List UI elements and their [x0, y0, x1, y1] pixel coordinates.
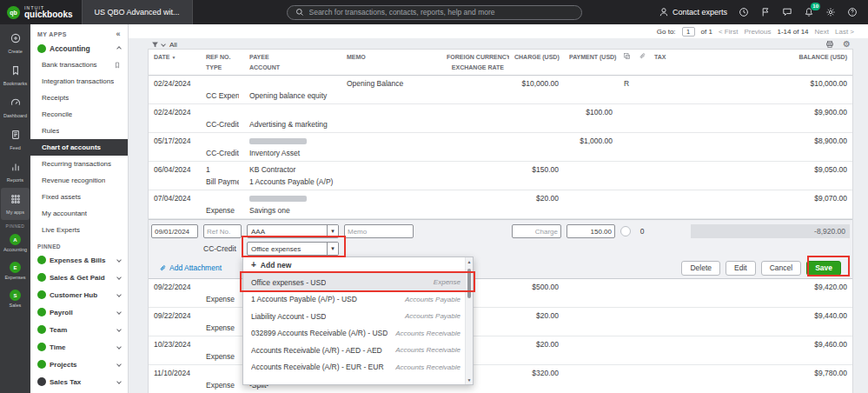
- account-select[interactable]: Office expenses ▼: [247, 242, 339, 256]
- rail-pinned-sales[interactable]: SSales: [1, 285, 30, 313]
- col-header-ref-type[interactable]: REF NO.TYPE: [201, 50, 244, 75]
- col-header-balance[interactable]: BALANCE (USD): [688, 50, 852, 75]
- col-header-tax[interactable]: TAX: [649, 50, 688, 75]
- rail-item-reports[interactable]: Reports: [1, 156, 30, 188]
- page-number-input[interactable]: 1: [682, 27, 695, 37]
- cell-reconcile-status: [618, 133, 635, 161]
- sidebar-pinned-projects[interactable]: Projects: [30, 356, 128, 373]
- help-icon[interactable]: [847, 7, 858, 17]
- print-icon[interactable]: [825, 40, 834, 49]
- reconcile-status-toggle[interactable]: [620, 226, 631, 236]
- col-header-reconcile-status[interactable]: [618, 50, 635, 75]
- memo-input[interactable]: [344, 224, 414, 238]
- next-page-link[interactable]: Next: [815, 28, 829, 36]
- sidebar-item-label: Reconcile: [42, 110, 72, 118]
- rail-pinned-accounting[interactable]: AAccounting: [1, 230, 30, 257]
- rail-item-feed[interactable]: Feed: [1, 123, 30, 156]
- pagination-bar: Go to: 1 of 1 < First Previous 1-14 of 1…: [129, 24, 868, 38]
- sidebar-item-my-accountant[interactable]: My accountant: [30, 205, 128, 222]
- history-icon[interactable]: [739, 7, 749, 17]
- rail-item-create[interactable]: Create: [1, 27, 30, 59]
- table-row[interactable]: 02/24/2024 CC Expense Opening balance eq…: [149, 76, 852, 104]
- account-option-name: Office expenses - USD: [251, 278, 326, 287]
- collapse-sidebar-icon[interactable]: «: [116, 30, 121, 38]
- filter-all-label[interactable]: All: [169, 41, 177, 49]
- scroll-down-icon[interactable]: ▼: [467, 377, 472, 383]
- chat-icon[interactable]: [782, 7, 792, 17]
- quickbooks-logo[interactable]: qb INTUIT quickbooks: [0, 6, 82, 19]
- cell-payment: [564, 308, 618, 336]
- flag-icon[interactable]: [760, 7, 771, 17]
- contact-experts-button[interactable]: Contact experts: [659, 7, 727, 17]
- payment-input[interactable]: [567, 224, 615, 238]
- add-attachment-link[interactable]: Add Attachment: [159, 263, 222, 272]
- rail-item-label: Accounting: [3, 247, 27, 252]
- account-option-1-accounts-payable-a-p-usd[interactable]: 1 Accounts Payable (A/P) - USDAccounts P…: [243, 291, 473, 309]
- edit-button[interactable]: Edit: [726, 261, 756, 276]
- col-header-date[interactable]: DATE▼: [149, 50, 201, 75]
- cancel-button[interactable]: Cancel: [761, 261, 801, 276]
- chevron-down-icon[interactable]: ▼: [327, 243, 338, 255]
- sidebar-item-bank-transactions[interactable]: Bank transactions: [30, 57, 128, 73]
- save-button[interactable]: Save: [806, 261, 841, 276]
- table-row[interactable]: 07/04/2024 ExpenseSavings one $20.00 $9,…: [149, 190, 852, 219]
- account-option-accounts-receivable-a-r-aed-aed[interactable]: Accounts Receivable (A/R) - AED - AEDAcc…: [243, 342, 473, 359]
- sidebar-pinned-sales-get-paid[interactable]: Sales & Get Paid: [30, 269, 128, 286]
- rail-item-dashboard[interactable]: Dashboard: [1, 91, 30, 123]
- col-header-payee-account[interactable]: PAYEEACCOUNT: [244, 50, 341, 75]
- sidebar-pinned-expenses-bills[interactable]: Expenses & Bills: [30, 251, 128, 269]
- sidebar-item-reconcile[interactable]: Reconcile: [30, 106, 128, 123]
- payee-select[interactable]: AAA ▼: [247, 224, 339, 238]
- sidebar-item-integration-transactions[interactable]: Integration transactions: [30, 73, 128, 90]
- sidebar-pinned-time[interactable]: Time: [30, 338, 128, 356]
- col-header-memo[interactable]: MEMO: [341, 50, 441, 75]
- notifications-icon[interactable]: 10: [804, 7, 814, 17]
- rail-pinned-expenses[interactable]: EExpenses: [1, 257, 30, 285]
- delete-button[interactable]: Delete: [681, 261, 720, 276]
- sidebar-pinned-team[interactable]: Team: [30, 321, 128, 338]
- ref-no-input[interactable]: [203, 224, 242, 238]
- rail-item-bookmarks[interactable]: Bookmarks: [1, 59, 30, 91]
- chevron-down-icon[interactable]: ▼: [327, 225, 338, 237]
- sidebar-item-chart-of-accounts[interactable]: Chart of accounts: [30, 139, 128, 156]
- account-option-liability-account-usd[interactable]: Liability Account - USDAccounts Payable: [243, 308, 473, 325]
- col-header-attachments[interactable]: [635, 50, 649, 75]
- rail-item-my-apps[interactable]: My apps: [1, 188, 30, 220]
- table-row[interactable]: 02/24/2024 CC-Credit Advertising & marke…: [149, 104, 852, 133]
- table-settings-gear-icon[interactable]: ⚙: [843, 40, 851, 49]
- sidebar-item-receipts[interactable]: Receipts: [30, 90, 128, 106]
- sidebar-item-fixed-assets[interactable]: Fixed assets: [30, 189, 128, 205]
- sidebar-item-revenue-recognition[interactable]: Revenue recognition: [30, 172, 128, 189]
- sidebar-item-live-experts[interactable]: Live Experts: [30, 222, 128, 238]
- charge-input[interactable]: [512, 224, 561, 238]
- sidebar-pinned-customer-hub[interactable]: Customer Hub: [30, 286, 128, 303]
- sidebar-pinned-sales-tax[interactable]: Sales Tax: [30, 373, 128, 390]
- table-row[interactable]: 06/04/20241Bill PaymentKB Contractor1 Ac…: [149, 162, 852, 190]
- previous-page-link[interactable]: Previous: [744, 28, 771, 36]
- scroll-up-icon[interactable]: ▲: [467, 259, 472, 264]
- sidebar-item-rules[interactable]: Rules: [30, 123, 128, 139]
- sidebar-pinned-payroll[interactable]: Payroll: [30, 303, 128, 321]
- sidebar-section-accounting[interactable]: Accounting: [30, 41, 128, 57]
- account-option-office-expenses-usd[interactable]: Office expenses - USDExpense: [243, 274, 473, 291]
- sidebar-item-label: Fixed assets: [42, 193, 81, 201]
- cell-reconcile-status: R: [618, 76, 635, 103]
- company-tab[interactable]: US QBO Advanced wit...: [82, 0, 193, 24]
- account-option-accounts-receivable-a-r-eur-eur[interactable]: Accounts Receivable (A/R) - EUR - EURAcc…: [243, 359, 473, 376]
- cell-date: 09/22/2024: [149, 308, 201, 336]
- scrollbar-thumb[interactable]: [467, 269, 471, 298]
- col-header-payment[interactable]: PAYMENT (USD): [564, 50, 618, 75]
- sidebar-item-recurring-transactions[interactable]: Recurring transactions: [30, 156, 128, 172]
- account-option-032899-accounts-receivable-a-r-usd[interactable]: 032899 Accounts Receivable (A/R) - USDAc…: [243, 325, 473, 343]
- first-page-link[interactable]: < First: [719, 28, 738, 36]
- account-option-category: Accounts Receivable: [395, 363, 461, 371]
- settings-icon[interactable]: [825, 7, 836, 17]
- col-header-foreign-currency[interactable]: FOREIGN CURRENCYEXCHANGE RATE: [441, 50, 509, 75]
- col-header-charge[interactable]: CHARGE (USD): [509, 50, 564, 75]
- global-search-input[interactable]: Search for transactions, contacts, repor…: [287, 5, 582, 20]
- date-input[interactable]: [151, 224, 198, 238]
- add-new-option[interactable]: + Add new: [243, 257, 473, 274]
- table-row[interactable]: 05/17/2024 CC-CreditInventory Asset $1,0…: [149, 133, 852, 162]
- last-page-link[interactable]: Last >: [835, 28, 854, 36]
- dropdown-scrollbar[interactable]: ▲ ▼: [465, 257, 473, 384]
